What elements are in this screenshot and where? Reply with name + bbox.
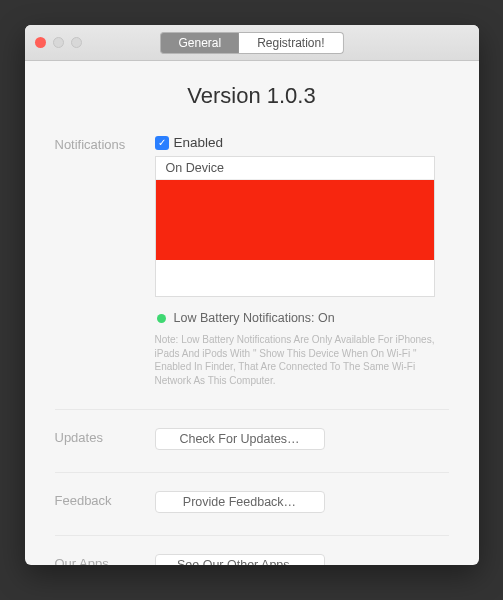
content-area: Version 1.0.3 Notifications ✓ Enabled On… xyxy=(25,61,479,565)
device-list-header: On Device xyxy=(156,157,434,180)
version-title: Version 1.0.3 xyxy=(55,83,449,109)
close-window-button[interactable] xyxy=(35,37,46,48)
see-other-apps-button[interactable]: See Our Other Apps… xyxy=(155,554,325,565)
our-apps-label: Our Apps xyxy=(55,554,155,565)
section-feedback: Feedback Provide Feedback… xyxy=(55,491,449,513)
low-battery-status: Low Battery Notifications: On xyxy=(155,311,449,325)
divider xyxy=(55,472,449,473)
checkmark-icon: ✓ xyxy=(158,138,166,148)
status-dot-icon xyxy=(157,314,166,323)
enabled-checkbox-row[interactable]: ✓ Enabled xyxy=(155,135,449,150)
device-list-blank xyxy=(156,260,434,296)
tab-general[interactable]: General xyxy=(159,32,239,54)
device-list-box: On Device xyxy=(155,156,435,297)
section-updates: Updates Check For Updates… xyxy=(55,428,449,450)
enabled-checkbox[interactable]: ✓ xyxy=(155,136,169,150)
updates-label: Updates xyxy=(55,428,155,445)
device-list-redacted xyxy=(156,180,434,260)
section-notifications: Notifications ✓ Enabled On Device Low Ba… xyxy=(55,135,449,387)
divider xyxy=(55,535,449,536)
traffic-lights xyxy=(35,37,82,48)
enabled-label: Enabled xyxy=(174,135,224,150)
minimize-window-button[interactable] xyxy=(53,37,64,48)
provide-feedback-button[interactable]: Provide Feedback… xyxy=(155,491,325,513)
titlebar: General Registration! xyxy=(25,25,479,61)
maximize-window-button[interactable] xyxy=(71,37,82,48)
preferences-window: General Registration! Version 1.0.3 Noti… xyxy=(25,25,479,565)
low-battery-note: Note: Low Battery Notifications Are Only… xyxy=(155,333,445,387)
check-updates-button[interactable]: Check For Updates… xyxy=(155,428,325,450)
tab-registration[interactable]: Registration! xyxy=(239,32,343,54)
low-battery-label: Low Battery Notifications: On xyxy=(174,311,335,325)
divider xyxy=(55,409,449,410)
section-our-apps: Our Apps See Our Other Apps… xyxy=(55,554,449,565)
notifications-label: Notifications xyxy=(55,135,155,152)
feedback-label: Feedback xyxy=(55,491,155,508)
tab-bar: General Registration! xyxy=(159,32,343,54)
